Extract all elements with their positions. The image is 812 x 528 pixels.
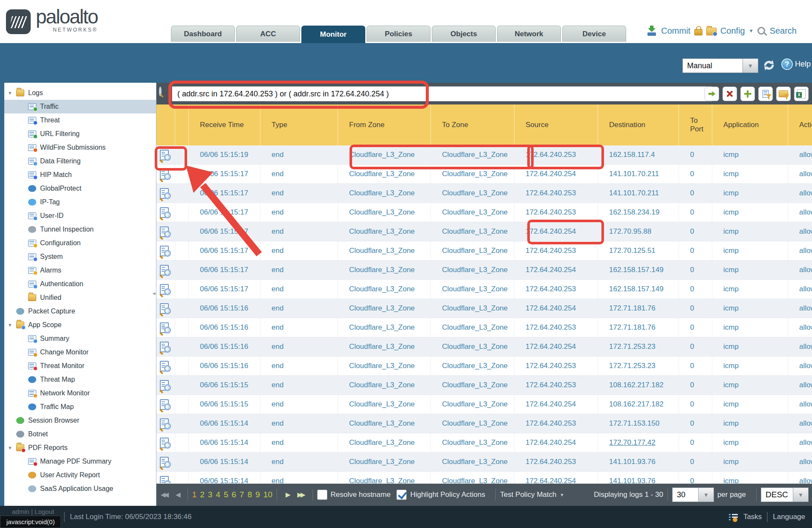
sidebar-item[interactable]: ▼ Change Monitor [4,345,156,359]
log-detail-icon[interactable] [160,438,169,448]
cell-destination[interactable]: 108.162.217.182 [598,376,679,395]
log-row[interactable]: 06/06 15:15:17 end Cloudflare_L3_Zone Cl… [156,280,812,299]
cell-destination[interactable]: 141.101.70.211 [598,184,679,203]
log-row[interactable]: 06/06 15:15:16 end Cloudflare_L3_Zone Cl… [156,299,812,318]
sidebar-item[interactable]: ▼ IP-Tag [4,195,156,209]
log-detail-icon[interactable] [160,476,169,484]
sidebar-item[interactable]: ▼ Unified [4,291,156,305]
log-row[interactable]: 06/06 15:15:16 end Cloudflare_L3_Zone Cl… [156,318,812,337]
sidebar-item[interactable]: ▼ Network Monitor [4,386,156,400]
column-header-detail[interactable] [156,104,175,145]
page-number[interactable]: 3 [208,490,213,499]
expander-triangle-icon[interactable]: ▼ [8,322,16,328]
lock-icon[interactable] [694,29,702,35]
log-detail-icon[interactable] [160,265,169,276]
log-row[interactable]: 06/06 15:15:17 end Cloudflare_L3_Zone Cl… [156,203,812,222]
log-detail-icon[interactable] [160,457,169,467]
column-header-from-zone[interactable]: From Zone [338,104,431,145]
cell-destination[interactable]: 141.101.93.76 [598,453,679,471]
load-filter-button[interactable] [776,87,791,101]
refresh-mode-select[interactable]: Manual [682,58,743,73]
cell-destination[interactable]: 172.71.253.23 [598,357,679,375]
sidebar-item[interactable]: ▼ User-ID [4,209,156,223]
page-number[interactable]: 10 [263,490,272,499]
log-row[interactable]: 06/06 15:15:17 end Cloudflare_L3_Zone Cl… [156,165,812,184]
column-header-flags[interactable] [175,104,189,145]
column-header-type[interactable]: Type [260,104,338,145]
log-row[interactable]: 06/06 15:15:17 end Cloudflare_L3_Zone Cl… [156,184,812,203]
sidebar-item[interactable]: ▼ User Activity Report [4,468,156,482]
sort-order-select[interactable]: DESC [761,487,793,502]
tab-dashboard[interactable]: Dashboard [171,26,235,42]
highlight-policy-actions-checkbox[interactable] [396,490,407,500]
sidebar-item[interactable]: ▼ Session Browser [4,414,156,427]
sidebar-item[interactable]: ▼ Threat [4,113,156,127]
page-number[interactable]: 1 [192,490,197,499]
tab-monitor[interactable]: Monitor [301,26,365,43]
log-filter-input[interactable] [172,86,712,102]
column-header-receive-time[interactable]: Receive Time [189,104,260,145]
sidebar-item[interactable]: ▼ Botnet [4,427,156,441]
sidebar-item[interactable]: ▼ Data Filtering [4,154,156,168]
cell-destination[interactable]: 108.162.217.182 [598,395,679,414]
log-detail-icon[interactable] [160,342,169,352]
log-row[interactable]: 06/06 15:15:14 end Cloudflare_L3_Zone Cl… [156,453,812,472]
sidebar-item[interactable]: ▼ WildFire Submissions [4,141,156,154]
log-row[interactable]: 06/06 15:15:14 end Cloudflare_L3_Zone Cl… [156,472,812,483]
log-detail-icon[interactable] [160,322,169,333]
column-header-destination[interactable]: Destination [598,104,679,145]
page-number[interactable]: 7 [240,490,244,499]
page-number[interactable]: 6 [232,490,237,499]
log-detail-icon[interactable] [160,188,169,199]
log-detail-icon[interactable] [160,303,169,314]
sidebar-item[interactable]: ▼ Traffic Map [4,400,156,414]
sidebar-item[interactable]: ▼ HIP Match [4,168,156,182]
cell-destination[interactable]: 172.70.177.42 [598,433,679,452]
tab-device[interactable]: Device [562,26,626,42]
sidebar-item[interactable]: ▼ SaaS Application Usage [4,482,156,496]
sidebar-item[interactable]: ▼ Logs [4,86,156,100]
cell-destination[interactable]: 141.101.70.211 [598,165,679,183]
page-number[interactable]: 8 [248,490,252,499]
help-label[interactable]: Help [795,60,811,69]
cell-destination[interactable]: 172.71.253.23 [598,337,679,356]
log-detail-icon[interactable] [160,418,169,429]
tab-acc[interactable]: ACC [236,26,300,42]
commit-button[interactable]: Commit [661,26,691,36]
tab-network[interactable]: Network [497,26,561,42]
tab-objects[interactable]: Objects [432,26,496,42]
per-page-caret-icon[interactable]: ▼ [699,487,714,502]
tab-policies[interactable]: Policies [367,26,431,42]
export-logs-button[interactable] [794,87,809,101]
first-page-button[interactable]: ◀◀ [156,491,171,499]
log-row[interactable]: 06/06 15:15:17 end Cloudflare_L3_Zone Cl… [156,241,812,261]
sidebar-item[interactable]: ▼ Manage PDF Summary [4,455,156,468]
page-number[interactable]: 2 [200,490,205,499]
sidebar-item[interactable]: ▼ GlobalProtect [4,182,156,195]
cell-destination[interactable]: 162.158.157.149 [598,280,679,299]
resolve-hostname-checkbox[interactable] [317,490,327,500]
page-number[interactable]: 9 [255,490,260,499]
sidebar-item[interactable]: ▼ Threat Map [4,373,156,386]
page-number[interactable]: 4 [216,490,220,499]
page-number[interactable]: 5 [224,490,228,499]
per-page-select[interactable]: 30 [672,487,699,502]
sidebar-item[interactable]: ▼ App Scope [4,318,156,332]
refresh-mode-caret-icon[interactable]: ▼ [743,58,758,73]
log-row[interactable]: 06/06 15:15:19 end Cloudflare_L3_Zone Cl… [156,145,812,165]
log-detail-icon[interactable] [160,207,169,218]
cell-destination[interactable]: 172.71.153.150 [598,414,679,433]
log-row[interactable]: 06/06 15:15:15 end Cloudflare_L3_Zone Cl… [156,376,812,395]
sidebar-item[interactable]: ▼ PDF Reports [4,441,156,455]
log-detail-icon[interactable] [160,361,169,371]
log-detail-icon[interactable] [160,380,169,391]
next-page-button[interactable]: ▶ [281,491,293,499]
sidebar-item[interactable]: ▼ Configuration [4,236,156,250]
expander-triangle-icon[interactable]: ▼ [8,445,16,450]
log-row[interactable]: 06/06 15:15:16 end Cloudflare_L3_Zone Cl… [156,337,812,357]
sidebar-item[interactable]: ▼ Tunnel Inspection [4,223,156,236]
cell-destination[interactable]: 172.71.181.76 [598,299,679,318]
log-detail-icon[interactable] [160,284,169,295]
last-page-button[interactable]: ▶▶ [293,491,308,499]
sidebar-item[interactable]: ▼ URL Filtering [4,127,156,141]
